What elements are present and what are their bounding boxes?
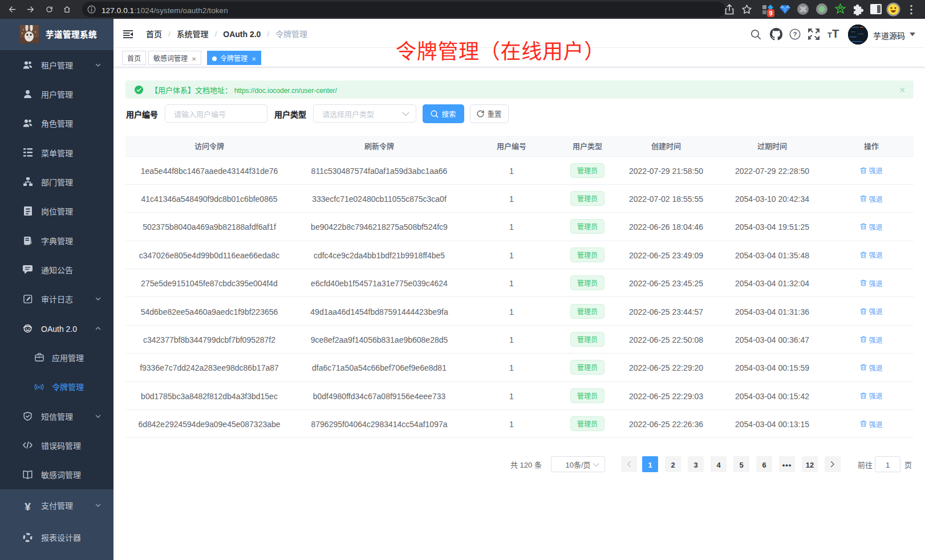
svg-text:⌘: ⌘ bbox=[800, 5, 807, 14]
svg-text:9: 9 bbox=[769, 10, 772, 17]
svg-text:a: a bbox=[38, 385, 40, 389]
svg-text:?: ? bbox=[793, 31, 797, 38]
